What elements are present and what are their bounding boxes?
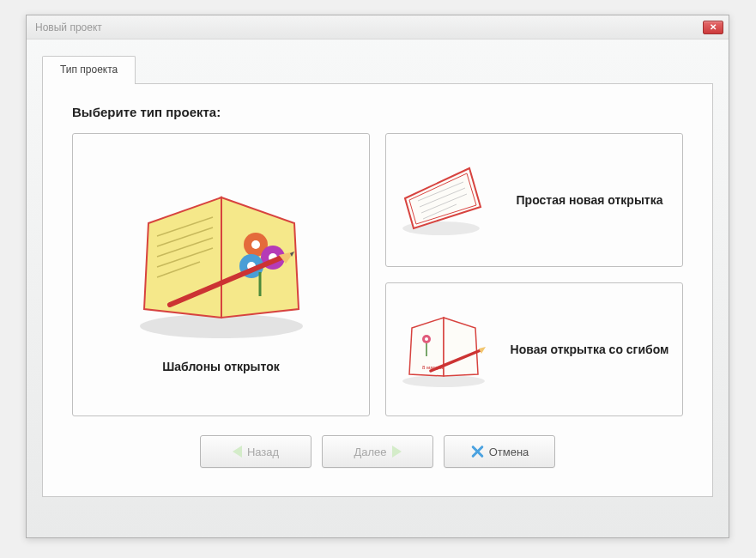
options-grid: Шаблоны открыток [62, 133, 693, 416]
next-button-label: Далее [354, 446, 386, 458]
card-simple-icon [396, 160, 495, 241]
tab-panel: Выберите тип проекта: [42, 83, 713, 497]
tab-label: Тип проекта [60, 64, 118, 76]
dialog-window: Новый проект ✕ Тип проекта Выберите тип … [26, 15, 729, 538]
titlebar: Новый проект ✕ [27, 15, 729, 39]
tab-project-type[interactable]: Тип проекта [42, 56, 136, 84]
close-icon: ✕ [710, 22, 717, 32]
option-card-templates[interactable]: Шаблоны открыток [72, 133, 370, 416]
prompt-text: Выберите тип проекта: [72, 105, 693, 119]
back-button[interactable]: Назад [200, 435, 311, 468]
option-card-simple[interactable]: Простая новая открытка [385, 133, 683, 267]
cancel-button-label: Отмена [489, 446, 529, 458]
option-card-fold[interactable]: 8 марmа Новая открытка со сгибом [385, 282, 683, 416]
card-simple-label: Простая новая открытка [507, 193, 672, 207]
card-fold-label: Новая открытка со сгибом [507, 343, 672, 356]
window-title: Новый проект [35, 21, 102, 33]
svg-marker-33 [479, 347, 486, 354]
tab-header: Тип проекта [42, 55, 713, 83]
footer-buttons: Назад Далее Отмена [62, 435, 693, 468]
arrow-right-icon [392, 446, 402, 458]
cancel-x-icon [470, 445, 484, 458]
back-button-label: Назад [247, 446, 279, 458]
content: Тип проекта Выберите тип проекта: [27, 39, 729, 507]
card-fold-icon: 8 марmа [396, 309, 495, 391]
svg-point-25 [402, 375, 485, 387]
arrow-left-icon [233, 446, 242, 458]
svg-point-11 [251, 240, 260, 249]
card-templates-label: Шаблоны открыток [162, 360, 280, 373]
next-button[interactable]: Далее [322, 435, 433, 468]
card-templates-icon [123, 176, 320, 348]
svg-marker-19 [405, 168, 481, 228]
close-button[interactable]: ✕ [703, 21, 723, 34]
svg-point-29 [425, 337, 428, 341]
svg-marker-27 [444, 318, 478, 376]
cancel-button[interactable]: Отмена [444, 435, 555, 468]
